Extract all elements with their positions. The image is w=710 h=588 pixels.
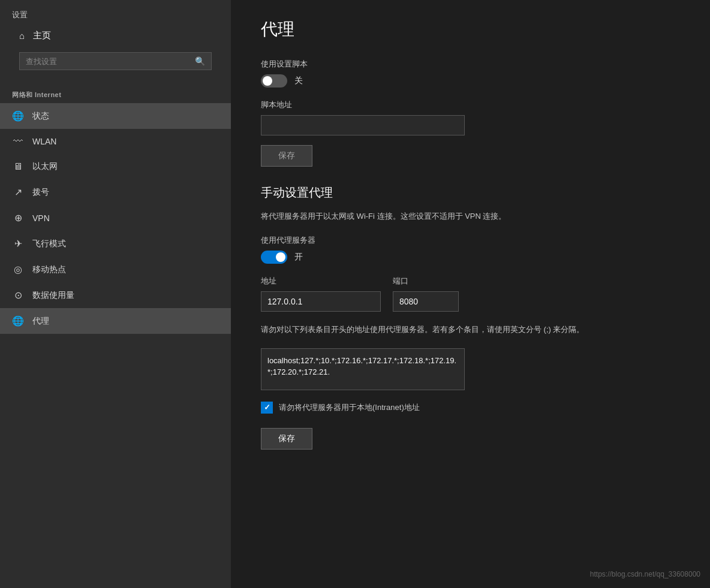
wlan-icon: 〰: [12, 136, 24, 147]
local-checkbox-label: 请勿将代理服务器用于本地(Intranet)地址: [279, 402, 420, 413]
status-icon: 🌐: [12, 110, 24, 122]
use-script-toggle[interactable]: [261, 74, 287, 88]
home-label: 主页: [33, 30, 51, 41]
sidebar-item-label-vpn: VPN: [32, 213, 50, 223]
sidebar-item-label-dialup: 拨号: [32, 187, 49, 198]
checkmark-icon: ✓: [264, 403, 270, 412]
use-proxy-toggle-label: 开: [294, 252, 303, 263]
use-script-toggle-label: 关: [294, 76, 303, 86]
search-icon: 🔍: [195, 56, 205, 66]
script-address-input[interactable]: [261, 115, 465, 135]
sidebar-item-home[interactable]: ⌂ 主页: [10, 24, 221, 47]
port-field-group: 端口: [393, 276, 459, 312]
sidebar-item-label-data: 数据使用量: [32, 290, 74, 301]
script-save-button[interactable]: 保存: [261, 145, 312, 167]
sidebar-item-ethernet[interactable]: 🖥 以太网: [0, 154, 231, 179]
sidebar-item-vpn[interactable]: ⊕ VPN: [0, 205, 231, 231]
sidebar-item-label-proxy: 代理: [32, 316, 49, 327]
airplane-icon: ✈: [12, 238, 24, 249]
script-address-label: 脚本地址: [261, 99, 680, 110]
manual-description: 将代理服务器用于以太网或 Wi-Fi 连接。这些设置不适用于 VPN 连接。: [261, 210, 597, 223]
use-proxy-toggle[interactable]: [261, 251, 287, 264]
dialup-icon: ↗: [12, 186, 24, 198]
exclude-label: 请勿对以下列表条目开头的地址使用代理服务器。若有多个条目，请使用英文分号 (;)…: [261, 324, 597, 336]
sidebar-item-hotspot[interactable]: ◎ 移动热点: [0, 257, 231, 282]
home-icon: ⌂: [19, 31, 25, 41]
main-content: 代理 使用设置脚本 关 脚本地址 保存 手动设置代理 将代理服务器用于以太网或 …: [231, 0, 710, 588]
proxy-icon: 🌐: [12, 315, 24, 327]
sidebar-section-title: 网络和 Internet: [0, 82, 231, 103]
use-script-toggle-track: [261, 74, 287, 88]
sidebar-item-dialup[interactable]: ↗ 拨号: [0, 179, 231, 205]
port-input[interactable]: [393, 291, 459, 312]
use-proxy-toggle-track: [261, 251, 287, 264]
watermark: https://blog.csdn.net/qq_33608000: [590, 570, 700, 578]
ethernet-icon: 🖥: [12, 161, 24, 172]
use-proxy-label: 使用代理服务器: [261, 235, 680, 246]
address-input[interactable]: [261, 291, 381, 312]
address-label: 地址: [261, 276, 381, 287]
data-icon: ⊙: [12, 290, 24, 301]
sidebar-item-proxy[interactable]: 🌐 代理: [0, 308, 231, 334]
manual-save-button[interactable]: 保存: [261, 428, 312, 450]
search-box: 🔍: [19, 52, 212, 70]
hotspot-icon: ◎: [12, 264, 24, 275]
sidebar-item-status[interactable]: 🌐 状态: [0, 103, 231, 129]
page-title: 代理: [261, 18, 680, 41]
address-port-row: 地址 端口: [261, 276, 680, 312]
manual-section-title: 手动设置代理: [261, 185, 680, 201]
sidebar-item-airplane[interactable]: ✈ 飞行模式: [0, 231, 231, 257]
address-field-group: 地址: [261, 276, 381, 312]
use-proxy-toggle-thumb: [276, 252, 285, 262]
sidebar-item-label-airplane: 飞行模式: [32, 239, 66, 249]
sidebar-top: 设置 ⌂ 主页 🔍: [0, 0, 231, 82]
search-input[interactable]: [26, 57, 190, 66]
sidebar-item-data[interactable]: ⊙ 数据使用量: [0, 282, 231, 308]
sidebar-item-label-wlan: WLAN: [32, 137, 56, 146]
sidebar-item-label-ethernet: 以太网: [32, 161, 58, 172]
local-checkbox-row: ✓ 请勿将代理服务器用于本地(Intranet)地址: [261, 402, 680, 414]
sidebar-item-label-hotspot: 移动热点: [32, 264, 66, 275]
vpn-icon: ⊕: [12, 212, 24, 224]
port-label: 端口: [393, 276, 459, 287]
sidebar-item-label-status: 状态: [32, 111, 49, 122]
exclude-textarea[interactable]: localhost;127.*;10.*;172.16.*;172.17.*;1…: [261, 348, 465, 390]
local-checkbox[interactable]: ✓: [261, 402, 273, 414]
sidebar-item-wlan[interactable]: 〰 WLAN: [0, 129, 231, 154]
use-script-label: 使用设置脚本: [261, 59, 680, 70]
use-proxy-toggle-row: 开: [261, 251, 680, 264]
sidebar: 设置 ⌂ 主页 🔍 网络和 Internet 🌐 状态 〰 WLAN 🖥 以太网…: [0, 0, 231, 588]
use-script-toggle-thumb: [263, 76, 272, 86]
use-script-toggle-row: 关: [261, 74, 680, 88]
settings-label: 设置: [10, 5, 221, 24]
